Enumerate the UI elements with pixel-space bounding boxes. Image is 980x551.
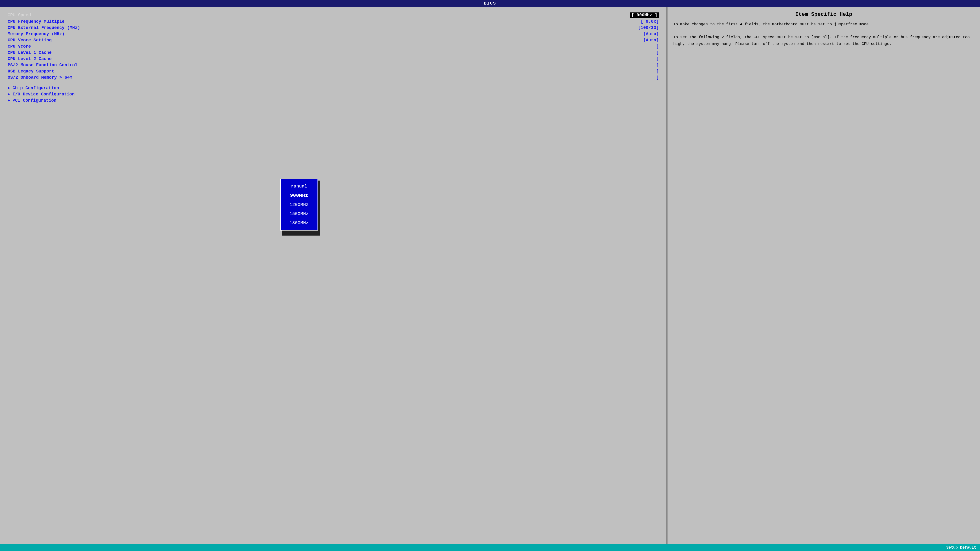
menu-label-usb-legacy: USB Legacy Support bbox=[8, 69, 54, 74]
menu-label-mem-freq: Memory Frequency (MHz) bbox=[8, 32, 65, 37]
menu-value-usb-legacy: [ bbox=[656, 69, 659, 74]
menu-value-cpu-ext-freq: [100/33] bbox=[638, 25, 659, 30]
menu-value-mem-freq: [Auto] bbox=[643, 32, 659, 37]
submenu-label-io: I/O Device Configuration bbox=[13, 92, 75, 97]
arrow-icon-io: ► bbox=[8, 92, 10, 97]
menu-value-vcore-setting: [Auto] bbox=[643, 38, 659, 43]
menu-item-cpu-ext-freq[interactable]: CPU External Frequency (MHz) [100/33] bbox=[8, 25, 659, 30]
menu-label-l1-cache: CPU Level 1 Cache bbox=[8, 50, 52, 55]
menu-value-l1-cache: [ bbox=[656, 50, 659, 55]
menu-value-cpu-freq-mult: [ 9.0x] bbox=[641, 19, 659, 24]
submenu-pci-config[interactable]: ► PCI Configuration bbox=[8, 98, 659, 103]
menu-value-cpu-speed: [ 900MHz ] bbox=[630, 13, 659, 18]
menu-label-vcore-setting: CPU Vcore Setting bbox=[8, 38, 52, 43]
right-panel-text: To make changes to the first 4 fields, t… bbox=[673, 21, 974, 48]
menu-label-os2-memory: OS/2 Onboard Memory > 64M bbox=[8, 75, 72, 80]
dropdown-item-1500mhz[interactable]: 1500MHz bbox=[281, 209, 318, 218]
menu-item-vcore-setting[interactable]: CPU Vcore Setting [Auto] bbox=[8, 38, 659, 43]
submenu-chip-config[interactable]: ► Chip Configuration bbox=[8, 86, 659, 91]
menu-item-l2-cache[interactable]: CPU Level 2 Cache [ bbox=[8, 56, 659, 61]
menu-item-usb-legacy[interactable]: USB Legacy Support [ bbox=[8, 69, 659, 74]
menu-item-os2-memory[interactable]: OS/2 Onboard Memory > 64M [ bbox=[8, 75, 659, 80]
top-bar: BIOS bbox=[0, 0, 980, 7]
top-bar-title: BIOS bbox=[484, 1, 496, 6]
menu-value-os2-memory: [ bbox=[656, 75, 659, 80]
menu-label-ps2-mouse: PS/2 Mouse Function Control bbox=[8, 63, 78, 67]
submenu-label-chip: Chip Configuration bbox=[13, 86, 59, 91]
bottom-setup-default: Setup Default bbox=[946, 546, 976, 550]
right-panel-title: Item Specific Help bbox=[673, 11, 974, 17]
main-content: CPU Speed [ 900MHz ] CPU Frequency Multi… bbox=[0, 7, 980, 544]
submenu-label-pci: PCI Configuration bbox=[13, 98, 56, 103]
menu-item-cpu-freq-mult[interactable]: CPU Frequency Multiple [ 9.0x] bbox=[8, 19, 659, 24]
menu-label-cpu-freq-mult: CPU Frequency Multiple bbox=[8, 19, 65, 24]
right-panel: Item Specific Help To make changes to th… bbox=[667, 7, 980, 544]
dropdown-item-900mhz[interactable]: 900MHz bbox=[281, 191, 318, 200]
bottom-bar: Setup Default bbox=[0, 544, 980, 551]
dropdown-item-manual[interactable]: Manual bbox=[281, 182, 318, 191]
menu-value-vcore: [ bbox=[656, 44, 659, 49]
menu-item-ps2-mouse[interactable]: PS/2 Mouse Function Control [ bbox=[8, 63, 659, 67]
arrow-icon-pci: ► bbox=[8, 98, 10, 103]
menu-item-l1-cache[interactable]: CPU Level 1 Cache [ bbox=[8, 50, 659, 55]
menu-label-cpu-ext-freq: CPU External Frequency (MHz) bbox=[8, 25, 80, 30]
dropdown-item-1200mhz[interactable]: 1200MHz bbox=[281, 200, 318, 209]
submenu-io-device[interactable]: ► I/O Device Configuration bbox=[8, 92, 659, 97]
menu-label-vcore: CPU Vcore bbox=[8, 44, 31, 49]
menu-label-l2-cache: CPU Level 2 Cache bbox=[8, 56, 52, 61]
dropdown-item-1800mhz[interactable]: 1800MHz bbox=[281, 218, 318, 227]
bios-container: BIOS CPU Speed [ 900MHz ] CPU Frequency … bbox=[0, 0, 980, 551]
menu-value-l2-cache: [ bbox=[656, 56, 659, 61]
menu-label-cpu-speed: CPU Speed bbox=[8, 13, 31, 17]
menu-item-mem-freq[interactable]: Memory Frequency (MHz) [Auto] bbox=[8, 32, 659, 37]
menu-item-cpu-speed[interactable]: CPU Speed [ 900MHz ] bbox=[8, 13, 659, 18]
menu-value-ps2-mouse: [ bbox=[656, 63, 659, 67]
arrow-icon-chip: ► bbox=[8, 86, 10, 91]
dropdown-popup[interactable]: Manual 900MHz 1200MHz 1500MHz 1800MHz bbox=[280, 179, 318, 230]
menu-item-vcore[interactable]: CPU Vcore [ bbox=[8, 44, 659, 49]
left-panel: CPU Speed [ 900MHz ] CPU Frequency Multi… bbox=[0, 7, 667, 544]
